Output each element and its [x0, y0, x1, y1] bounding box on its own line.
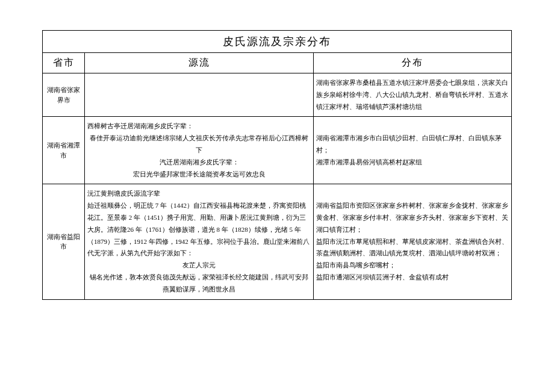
table-row: 湖南省张家界市 湖南省张家界市桑植县五道水镇汪家坪居委会七眼泉组，洪家关白族乡泉…	[43, 73, 512, 117]
source-line: 西樟树古亭迁居湖南湘乡皮氏字辈：	[87, 120, 311, 132]
province-cell: 湖南省湘潭市	[43, 117, 85, 184]
province-cell: 湖南省张家界市	[43, 73, 85, 117]
genealogy-table: 皮氏源流及宗亲分布 省市 源流 分布 湖南省张家界市 湖南省张家界市桑植县五道水…	[42, 30, 512, 300]
source-line: 汽迁居湖南湘乡皮氏字辈：	[87, 157, 311, 169]
source-cell: 沅江黄荆塘皮氏源流字辈 始迁祖顺彝公，明正统 7 年（1442）自江西安福县梅花…	[85, 184, 314, 299]
source-line: 始迁祖顺彝公，明正统 7 年（1442）自江西安福县梅花渡来楚，乔寓资阳桃花江。…	[87, 200, 311, 260]
header-distribution: 分布	[314, 53, 512, 73]
table-row: 湖南省益阳市 沅江黄荆塘皮氏源流字辈 始迁祖顺彝公，明正统 7 年（1442）自…	[43, 184, 512, 299]
province-cell: 湖南省益阳市	[43, 184, 85, 299]
distribution-cell: 湖南省湘潭市湘乡市白田镇沙田村、白田镇仁厚村、白田镇东茅村；湘潭市湘潭县易俗河镇…	[314, 117, 512, 184]
header-source: 源流	[85, 53, 314, 73]
header-province: 省市	[43, 53, 85, 73]
table-title: 皮氏源流及宗亲分布	[43, 31, 512, 53]
source-cell: 西樟树古亭迁居湖南湘乡皮氏字辈： 春佳开泰运功迪前光继述绵宗绪人文祖庆长芳传承先…	[85, 117, 314, 184]
distribution-cell: 湖南省益阳市资阳区张家塞乡杵树村、张家塞乡金拢村、张家塞乡黄金村、张家塞乡付丰村…	[314, 184, 512, 299]
source-line: 友芷人宗元	[87, 260, 311, 272]
table-row: 湖南省湘潭市 西樟树古亭迁居湖南湘乡皮氏字辈： 春佳开泰运功迪前光继述绵宗绪人文…	[43, 117, 512, 184]
distribution-cell: 湖南省张家界市桑植县五道水镇汪家坪居委会七眼泉组，洪家关白族乡泉峪村徐牛湾、八大…	[314, 73, 512, 117]
source-line: 春佳开泰运功迪前光继述绵宗绪人文祖庆长芳传承先志常存裕后心江西樟树下	[87, 132, 311, 157]
source-line: 锡名光作述，敦本效贤良德茂先猷远，家荣祖泽长经文能建国，纬武可安邦燕翼贻谋厚，鸿…	[87, 272, 311, 296]
source-line: 沅江黄荆塘皮氏源流字辈	[87, 188, 311, 200]
source-line: 宏日光华盛邦家世泽长途能资孝友远可效忠良	[87, 169, 311, 181]
source-cell	[85, 73, 314, 117]
